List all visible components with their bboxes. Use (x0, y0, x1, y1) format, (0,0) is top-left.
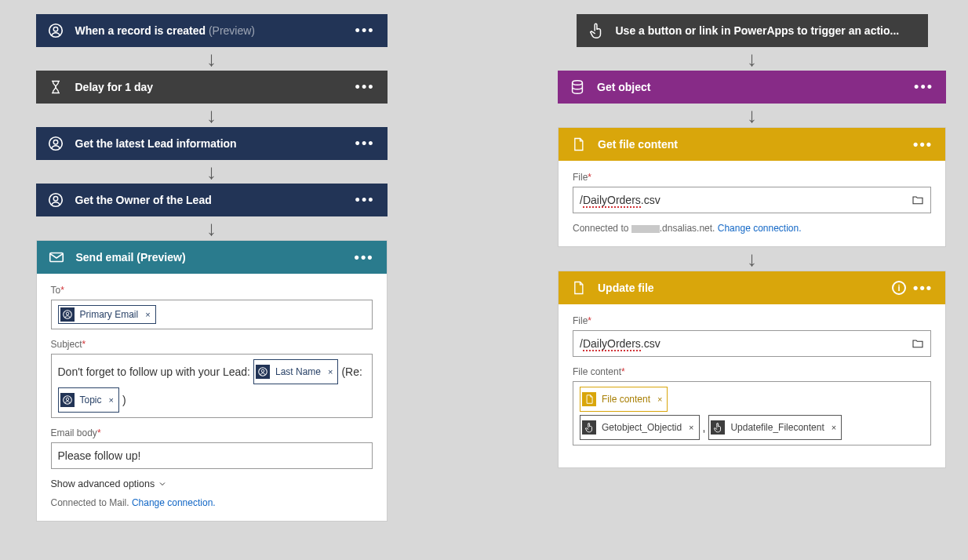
more-options-icon[interactable]: ••• (355, 29, 375, 32)
tap-icon (711, 420, 725, 435)
more-options-icon[interactable]: ••• (355, 198, 375, 202)
field-label-file: File* (573, 172, 931, 183)
token-last-name[interactable]: Last Name × (253, 359, 338, 384)
mail-icon (48, 249, 65, 266)
more-options-icon[interactable]: ••• (914, 85, 933, 89)
card-title: Send email (76, 251, 134, 264)
field-label-body: Email body* (51, 427, 373, 438)
subject-field[interactable]: Don't forget to follow up with your Lead… (51, 354, 373, 418)
trigger-step[interactable]: When a record is created (Preview) ••• (36, 14, 388, 47)
remove-token-icon[interactable]: × (326, 362, 334, 382)
field-label-to: To* (51, 285, 373, 296)
get-object-step[interactable]: Get object ••• (558, 71, 946, 104)
step-title: Use a button or link in PowerApps to tri… (616, 24, 900, 37)
crm-icon (47, 135, 64, 152)
more-options-icon[interactable]: ••• (355, 85, 375, 89)
step-title: Get object (597, 81, 650, 93)
arrow-down-icon: ↓ (206, 216, 217, 240)
more-options-icon[interactable]: ••• (355, 142, 375, 145)
change-connection-link[interactable]: Change connection. (718, 223, 802, 234)
powerapps-trigger-step[interactable]: Use a button or link in PowerApps to tri… (577, 14, 928, 47)
to-field[interactable]: Primary Email × (51, 300, 373, 329)
card-title: Update file (598, 282, 654, 294)
redacted-host (631, 225, 660, 233)
remove-token-icon[interactable]: × (687, 417, 695, 438)
step-title: Get the Owner of the Lead (75, 194, 212, 206)
flow-left: When a record is created (Preview) ••• ↓… (22, 14, 401, 522)
flow-right: Use a button or link in PowerApps to tri… (558, 14, 946, 522)
crm-icon (47, 22, 64, 39)
file-icon (570, 136, 587, 153)
file-icon (582, 392, 596, 406)
step-title: Get the latest Lead information (75, 137, 237, 150)
more-options-icon[interactable]: ••• (913, 143, 933, 146)
step-title: Delay for 1 day (75, 81, 154, 93)
crm-icon (47, 191, 64, 209)
connection-info: Connected to .dnsalias.net. Change conne… (573, 223, 931, 234)
get-file-content-header[interactable]: Get file content ••• (559, 128, 945, 161)
folder-picker-icon[interactable] (910, 194, 926, 206)
tap-icon (582, 420, 596, 435)
token-primary-email[interactable]: Primary Email × (58, 305, 156, 324)
crm-icon (60, 307, 75, 322)
chevron-down-icon (158, 479, 167, 489)
arrow-down-icon: ↓ (747, 104, 757, 127)
show-advanced-options[interactable]: Show advanced options (51, 478, 373, 489)
arrow-down-icon: ↓ (747, 47, 757, 71)
preview-badge: (Preview) (136, 251, 185, 264)
delay-step[interactable]: Delay for 1 day ••• (36, 71, 388, 104)
file-icon (570, 279, 587, 296)
arrow-down-icon: ↓ (206, 160, 217, 184)
file-field[interactable]: /DailyOrders.csv (573, 187, 931, 213)
field-label-subject: Subject* (51, 339, 373, 350)
update-file-card: Update file i ••• File* /DailyOrders.csv… (558, 271, 946, 468)
crm-icon (256, 365, 270, 379)
card-title: Get file content (598, 138, 678, 151)
send-email-card: Send email (Preview) ••• To* Primary Ema… (36, 240, 388, 522)
preview-badge: (Preview) (209, 24, 255, 37)
arrow-down-icon: ↓ (206, 104, 217, 127)
email-body-field[interactable]: Please follow up! (51, 442, 373, 469)
arrow-down-icon: ↓ (747, 247, 757, 271)
hourglass-icon (47, 78, 64, 96)
get-owner-step[interactable]: Get the Owner of the Lead ••• (36, 184, 388, 216)
field-label-file: File* (573, 315, 931, 326)
token-topic[interactable]: Topic × (58, 387, 119, 413)
get-lead-step[interactable]: Get the latest Lead information ••• (36, 127, 388, 160)
file-field[interactable]: /DailyOrders.csv (573, 330, 931, 357)
arrow-down-icon: ↓ (206, 47, 217, 71)
step-title: When a record is created (75, 24, 206, 37)
more-options-icon[interactable]: ••• (355, 256, 374, 259)
more-options-icon[interactable]: ••• (913, 286, 933, 289)
tap-icon (588, 22, 605, 39)
connection-info: Connected to Mail. Change connection. (51, 497, 373, 508)
remove-token-icon[interactable]: × (107, 390, 115, 410)
token-file-content[interactable]: File content × (580, 387, 668, 412)
crm-icon (60, 393, 75, 407)
db-icon (569, 78, 586, 96)
change-connection-link[interactable]: Change connection. (132, 497, 216, 508)
send-email-header[interactable]: Send email (Preview) ••• (37, 241, 387, 274)
remove-token-icon[interactable]: × (656, 389, 664, 409)
token-getobject-objectid[interactable]: Getobject_Objectid × (580, 415, 700, 440)
field-label-file-content: File content* (573, 366, 931, 377)
token-updatefile-filecontent[interactable]: Updatefile_Filecontent × (708, 415, 842, 440)
remove-token-icon[interactable]: × (144, 310, 151, 319)
get-file-content-card: Get file content ••• File* /DailyOrders.… (558, 127, 946, 247)
folder-picker-icon[interactable] (910, 337, 926, 350)
info-icon[interactable]: i (892, 281, 906, 295)
file-content-field[interactable]: File content × Getobject_Objectid × , Up… (573, 381, 931, 445)
update-file-header[interactable]: Update file i ••• (559, 271, 945, 304)
remove-token-icon[interactable]: × (830, 417, 838, 438)
